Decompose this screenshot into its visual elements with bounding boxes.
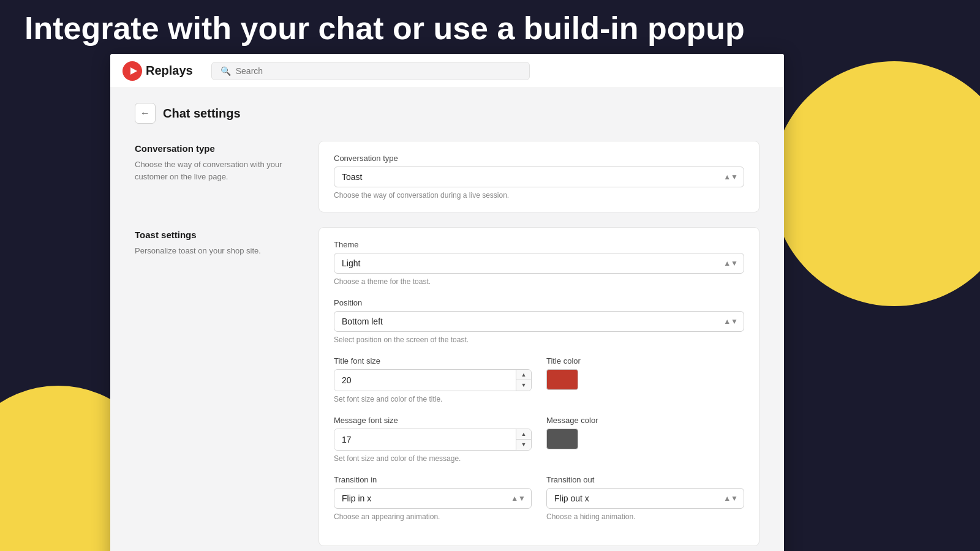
- message-font-size-desc: Set font size and color of the message.: [334, 454, 532, 463]
- theme-field-label: Theme: [334, 240, 744, 249]
- message-font-size-up[interactable]: ▲: [516, 429, 531, 440]
- title-font-size-input[interactable]: [334, 370, 516, 391]
- transition-out-select[interactable]: Flip out x Fade out Slide out Zoom out: [546, 488, 744, 509]
- transition-out-desc: Choose a hiding animation.: [546, 512, 744, 521]
- position-field-desc: Select position on the screen of the toa…: [334, 335, 744, 344]
- position-select[interactable]: Bottom left Bottom right Top left Top ri…: [334, 311, 744, 332]
- transition-row: Transition in Flip in x Fade in Slide in…: [334, 475, 744, 533]
- logo-text: Replays: [146, 64, 193, 78]
- conversation-label-col: Conversation type Choose the way of conv…: [135, 141, 294, 212]
- back-button[interactable]: ←: [135, 103, 156, 124]
- logo: Replays: [123, 61, 193, 81]
- message-color-label: Message color: [546, 416, 744, 425]
- conversation-type-card: Conversation type Toast Chat Popup ▲▼ Ch…: [318, 141, 760, 212]
- hero-title: Integrate with your chat or use a build-…: [0, 0, 980, 57]
- title-color-swatch[interactable]: [546, 369, 578, 390]
- theme-select[interactable]: Light Dark Auto: [334, 253, 744, 274]
- bg-circle-right: [772, 61, 980, 306]
- conversation-label-desc: Choose the way of conversation with your…: [135, 159, 294, 182]
- toast-settings-card: Theme Light Dark Auto ▲▼ Choose a theme …: [318, 227, 760, 546]
- transition-in-label: Transition in: [334, 475, 532, 484]
- transition-in-desc: Choose an appearing animation.: [334, 512, 532, 521]
- toast-label-title: Toast settings: [135, 230, 294, 240]
- search-bar[interactable]: 🔍: [211, 62, 530, 80]
- title-font-size-spinner-btns: ▲ ▼: [516, 370, 531, 391]
- title-font-size-field: Title font size ▲ ▼ Set font size and co…: [334, 356, 532, 403]
- conversation-type-section: Conversation type Choose the way of conv…: [135, 141, 760, 212]
- transition-in-select[interactable]: Flip in x Fade in Slide in Zoom in: [334, 488, 532, 509]
- message-font-size-label: Message font size: [334, 416, 532, 425]
- message-font-size-input[interactable]: [334, 429, 516, 450]
- transition-out-label: Transition out: [546, 475, 744, 484]
- message-font-size-field: Message font size ▲ ▼ Set font size and …: [334, 416, 532, 463]
- title-font-size-label: Title font size: [334, 356, 532, 365]
- message-font-size-spinner: ▲ ▼: [334, 429, 532, 451]
- message-font-size-spinner-btns: ▲ ▼: [516, 429, 531, 450]
- search-input[interactable]: [236, 66, 521, 76]
- toast-label-col: Toast settings Personalize toast on your…: [135, 227, 294, 546]
- conversation-type-field-label: Conversation type: [334, 154, 744, 163]
- message-color-swatch[interactable]: [546, 429, 578, 449]
- title-color-label: Title color: [546, 356, 744, 365]
- page-content: ← Chat settings Conversation type Choose…: [110, 88, 784, 551]
- transition-out-field: Transition out Flip out x Fade out Slide…: [546, 475, 744, 533]
- transition-in-select-wrap: Flip in x Fade in Slide in Zoom in ▲▼: [334, 488, 532, 509]
- logo-icon: [123, 61, 142, 81]
- app-window: Replays 🔍 ← Chat settings Conversation t…: [110, 54, 784, 551]
- message-color-field: Message color: [546, 416, 744, 475]
- conversation-type-field-desc: Choose the way of conversation during a …: [334, 191, 744, 200]
- message-font-color-row: Message font size ▲ ▼ Set font size and …: [334, 416, 744, 475]
- title-font-size-desc: Set font size and color of the title.: [334, 395, 532, 403]
- conversation-label-title: Conversation type: [135, 143, 294, 154]
- page-header: ← Chat settings: [135, 103, 760, 124]
- position-field-label: Position: [334, 298, 744, 307]
- conversation-type-select-wrap: Toast Chat Popup ▲▼: [334, 167, 744, 187]
- navbar: Replays 🔍: [110, 54, 784, 88]
- conversation-type-field: Conversation type Toast Chat Popup ▲▼ Ch…: [334, 154, 744, 200]
- search-icon: 🔍: [221, 66, 231, 76]
- transition-out-select-wrap: Flip out x Fade out Slide out Zoom out ▲…: [546, 488, 744, 509]
- message-font-size-down[interactable]: ▼: [516, 440, 531, 450]
- toast-label-desc: Personalize toast on your shop site.: [135, 245, 294, 257]
- theme-field-desc: Choose a theme for the toast.: [334, 277, 744, 286]
- title-font-size-down[interactable]: ▼: [516, 380, 531, 391]
- title-font-size-spinner: ▲ ▼: [334, 369, 532, 391]
- title-color-field: Title color: [546, 356, 744, 416]
- conversation-type-select[interactable]: Toast Chat Popup: [334, 167, 744, 187]
- theme-select-wrap: Light Dark Auto ▲▼: [334, 253, 744, 274]
- transition-in-field: Transition in Flip in x Fade in Slide in…: [334, 475, 532, 521]
- title-font-color-row: Title font size ▲ ▼ Set font size and co…: [334, 356, 744, 416]
- position-field: Position Bottom left Bottom right Top le…: [334, 298, 744, 344]
- position-select-wrap: Bottom left Bottom right Top left Top ri…: [334, 311, 744, 332]
- toast-settings-section: Toast settings Personalize toast on your…: [135, 227, 760, 546]
- page-title: Chat settings: [163, 107, 241, 121]
- theme-field: Theme Light Dark Auto ▲▼ Choose a theme …: [334, 240, 744, 286]
- title-font-size-up[interactable]: ▲: [516, 370, 531, 380]
